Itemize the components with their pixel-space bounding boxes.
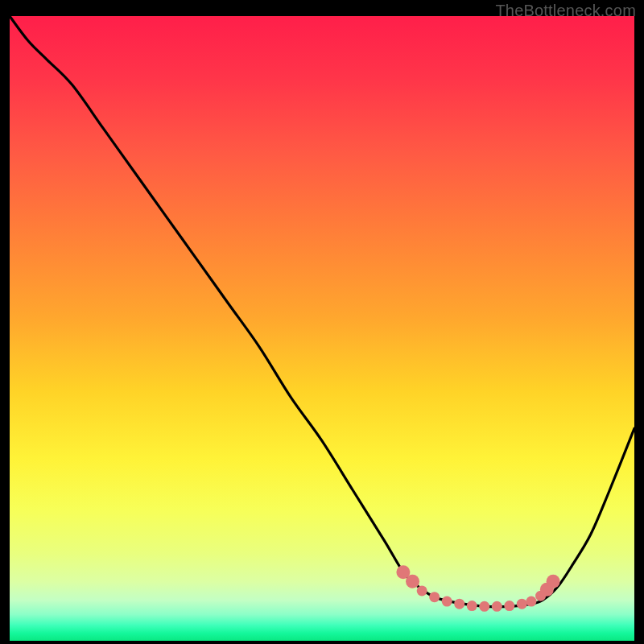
optimal-dot — [479, 601, 489, 612]
optimal-dot — [429, 592, 440, 602]
chart-stage: TheBottleneck.com — [0, 0, 644, 644]
optimal-dot — [442, 597, 452, 607]
optimal-dot — [467, 601, 477, 611]
optimal-dot — [504, 601, 514, 611]
optimal-dot — [454, 599, 464, 609]
optimal-dot — [417, 585, 427, 596]
optimal-dot — [492, 601, 502, 612]
optimal-dot — [517, 599, 527, 609]
plot-frame — [10, 16, 634, 641]
optimal-dot — [547, 575, 560, 588]
optimal-dot — [526, 597, 536, 607]
optimal-dot — [406, 575, 419, 588]
plot-background — [10, 16, 634, 641]
chart-svg — [10, 16, 634, 641]
